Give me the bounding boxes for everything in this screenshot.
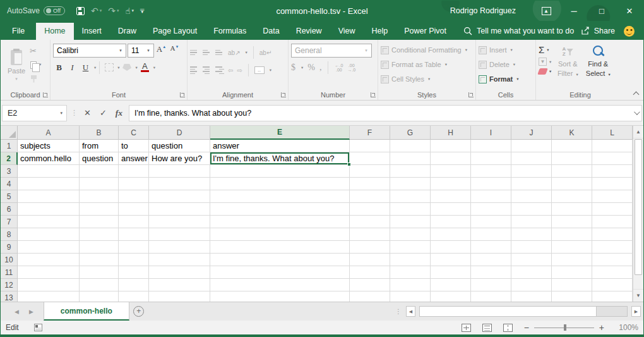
tell-me-search[interactable]: Tell me what you want to do — [463, 27, 574, 40]
top-align-button[interactable] — [190, 50, 199, 56]
cell-H10[interactable] — [431, 254, 471, 266]
cell-H4[interactable] — [431, 178, 471, 190]
cell-B13[interactable] — [80, 291, 119, 302]
delete-cells-button[interactable]: Delete▾ — [479, 59, 519, 70]
cell-G4[interactable] — [390, 178, 431, 190]
zoom-in-button[interactable]: + — [599, 322, 604, 333]
cell-C7[interactable] — [119, 216, 149, 228]
touch-mode-dropdown-icon[interactable]: ▾ — [131, 8, 134, 13]
cell-L10[interactable] — [592, 254, 633, 266]
cell-F11[interactable] — [350, 266, 390, 279]
insert-function-button[interactable]: fx — [116, 108, 122, 118]
column-header-J[interactable]: J — [511, 126, 552, 140]
cell-F5[interactable] — [350, 190, 390, 203]
cell-G9[interactable] — [390, 241, 431, 254]
cell-D10[interactable] — [149, 254, 210, 266]
increase-decimal-button[interactable]: ←.0.00 — [335, 63, 343, 72]
cell-D1[interactable]: question — [149, 140, 210, 152]
redo-dropdown-icon[interactable]: ▾ — [117, 8, 119, 13]
cell-styles-button[interactable]: Cell Styles▾ — [381, 73, 467, 85]
cell-H3[interactable] — [431, 165, 471, 178]
cell-L1[interactable] — [592, 140, 633, 152]
clear-button[interactable]: ▾ — [539, 68, 551, 75]
cell-C11[interactable] — [119, 266, 149, 279]
cell-K2[interactable] — [552, 152, 592, 165]
sheet-tab-common-hello[interactable]: common-hello — [44, 302, 129, 321]
cell-C1[interactable]: to — [119, 140, 149, 152]
cell-B3[interactable] — [80, 165, 119, 178]
vertical-scrollbar[interactable]: ▲ ▼ — [633, 126, 643, 302]
format-cells-button[interactable]: Format▾ — [479, 73, 519, 85]
cell-C3[interactable] — [119, 165, 149, 178]
cell-J13[interactable] — [511, 291, 552, 302]
decrease-font-size-button[interactable]: A▼ — [169, 44, 181, 58]
wrap-text-button[interactable]: ab↵ — [259, 49, 272, 56]
number-dialog-launcher[interactable] — [371, 92, 376, 97]
fill-color-dropdown-icon[interactable]: ▾ — [136, 65, 138, 70]
cell-H6[interactable] — [431, 203, 471, 216]
cell-H7[interactable] — [431, 216, 471, 228]
cell-I13[interactable] — [471, 291, 511, 302]
cell-G10[interactable] — [390, 254, 431, 266]
conditional-formatting-button[interactable]: Conditional Formatting▾ — [381, 44, 467, 56]
cell-D13[interactable] — [149, 291, 210, 302]
cell-G2[interactable] — [390, 152, 431, 165]
tab-page-layout[interactable]: Page Layout — [145, 23, 205, 40]
cell-A11[interactable] — [18, 266, 80, 279]
cell-F1[interactable] — [350, 140, 390, 152]
format-painter-button[interactable] — [30, 73, 41, 84]
cell-L2[interactable] — [592, 152, 633, 165]
cell-A10[interactable] — [18, 254, 80, 266]
autosum-button[interactable]: Σ▾ — [539, 44, 551, 55]
font-name-dropdown-icon[interactable]: ▾ — [116, 48, 126, 53]
column-header-H[interactable]: H — [431, 126, 471, 140]
formula-bar-divider[interactable]: ⋮ — [71, 109, 78, 117]
cell-D12[interactable] — [149, 279, 210, 291]
normal-view-button[interactable] — [462, 324, 471, 332]
column-header-D[interactable]: D — [149, 126, 210, 140]
cell-H9[interactable] — [431, 241, 471, 254]
cell-C5[interactable] — [119, 190, 149, 203]
cell-I9[interactable] — [471, 241, 511, 254]
macro-record-button[interactable] — [34, 324, 42, 331]
cell-L9[interactable] — [592, 241, 633, 254]
cell-I12[interactable] — [471, 279, 511, 291]
cell-H13[interactable] — [431, 291, 471, 302]
cell-A9[interactable] — [18, 241, 80, 254]
cell-D5[interactable] — [149, 190, 210, 203]
row-header-5[interactable]: 5 — [1, 190, 18, 203]
new-sheet-button[interactable]: + — [129, 302, 148, 321]
horizontal-scrollbar[interactable] — [419, 306, 628, 317]
row-header-7[interactable]: 7 — [1, 216, 18, 228]
cell-H8[interactable] — [431, 228, 471, 241]
cell-H1[interactable] — [431, 140, 471, 152]
cell-H12[interactable] — [431, 279, 471, 291]
paste-dropdown-icon[interactable]: ▾ — [15, 77, 18, 82]
format-as-table-button[interactable]: Format as Table▾ — [381, 59, 467, 70]
cell-J6[interactable] — [511, 203, 552, 216]
row-header-8[interactable]: 8 — [1, 228, 18, 241]
cell-J5[interactable] — [511, 190, 552, 203]
cell-I3[interactable] — [471, 165, 511, 178]
cancel-entry-button[interactable]: ✕ — [84, 108, 91, 118]
cell-G8[interactable] — [390, 228, 431, 241]
cell-G1[interactable] — [390, 140, 431, 152]
cell-D2[interactable]: How are you? — [149, 152, 210, 165]
scroll-left-icon[interactable]: ◀ — [406, 306, 415, 317]
row-header-13[interactable]: 13 — [1, 291, 18, 302]
cell-C10[interactable] — [119, 254, 149, 266]
decrease-decimal-button[interactable]: .00→.0 — [347, 63, 355, 72]
cell-K13[interactable] — [552, 291, 592, 302]
cell-G3[interactable] — [390, 165, 431, 178]
tab-formulas[interactable]: Formulas — [205, 23, 254, 40]
cell-G6[interactable] — [390, 203, 431, 216]
cell-J8[interactable] — [511, 228, 552, 241]
cell-B9[interactable] — [80, 241, 119, 254]
cell-F12[interactable] — [350, 279, 390, 291]
font-dialog-launcher[interactable] — [180, 92, 185, 97]
maximize-button[interactable]: □ — [588, 1, 616, 21]
cell-E4[interactable] — [210, 178, 350, 190]
cell-E12[interactable] — [210, 279, 350, 291]
tab-power-pivot[interactable]: Power Pivot — [396, 23, 455, 40]
cell-C4[interactable] — [119, 178, 149, 190]
